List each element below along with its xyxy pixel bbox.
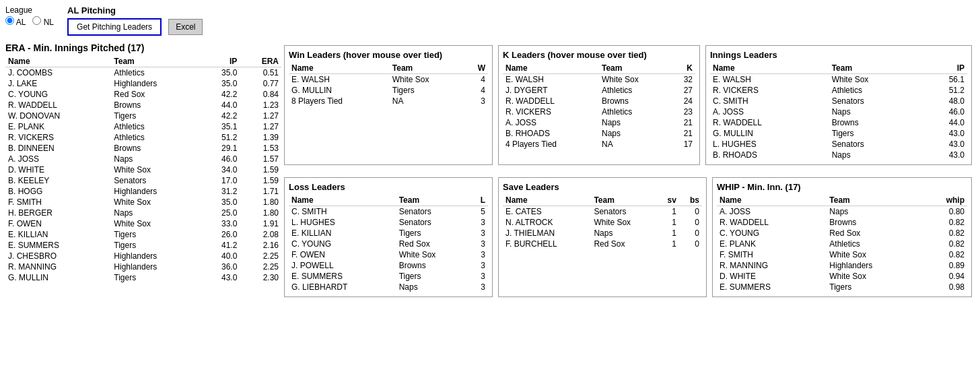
table-row: A. JOSSNaps21 bbox=[503, 117, 695, 128]
loss-val: 3 bbox=[470, 271, 488, 282]
whip-team: White Sox bbox=[827, 271, 921, 282]
k-leaders-table: Name Team K E. WALSHWhite Sox32J. DYGERT… bbox=[503, 63, 695, 150]
whip-name: R. MANNING bbox=[717, 260, 827, 271]
era-ip: 43.0 bbox=[201, 272, 240, 283]
save-team: Naps bbox=[591, 228, 656, 239]
table-row: E. PLANKAthletics0.82 bbox=[717, 239, 967, 249]
get-pitching-leaders-button[interactable]: Get Pitching Leaders bbox=[67, 18, 162, 36]
nl-radio-label[interactable]: NL bbox=[32, 16, 54, 27]
table-row: G. MULLINTigers43.0 bbox=[710, 128, 967, 139]
era-ip: 42.2 bbox=[201, 111, 240, 121]
era-val: 2.25 bbox=[240, 261, 281, 272]
loss-name: J. POWELL bbox=[289, 260, 396, 271]
al-radio[interactable] bbox=[5, 16, 14, 25]
save-name: F. BURCHELL bbox=[503, 239, 591, 249]
loss-name: L. HUGHES bbox=[289, 217, 396, 228]
table-row: J. THIELMANNaps10 bbox=[503, 228, 702, 239]
nl-radio[interactable] bbox=[32, 16, 41, 25]
innings-val: 56.1 bbox=[921, 74, 968, 86]
era-team: Athletics bbox=[111, 121, 201, 132]
save-header-row: Name Team sv bs bbox=[503, 195, 702, 206]
table-row: E. WALSHWhite Sox32 bbox=[503, 74, 695, 86]
excel-button[interactable]: Excel bbox=[168, 19, 203, 35]
al-radio-label[interactable]: AL bbox=[5, 16, 26, 27]
k-name: E. WALSH bbox=[503, 74, 599, 86]
era-val: 2.25 bbox=[240, 251, 281, 261]
k-val: 21 bbox=[671, 128, 695, 139]
innings-leaders-panel: Innings Leaders Name Team IP E. WALSHWhi… bbox=[705, 45, 972, 165]
k-val: 17 bbox=[671, 139, 695, 150]
innings-team: Naps bbox=[829, 106, 921, 117]
era-team: Red Sox bbox=[111, 89, 201, 100]
table-row: 4 Players TiedNA17 bbox=[503, 139, 695, 150]
table-row: G. MULLINTigers4 bbox=[289, 85, 488, 96]
whip-title: WHIP - Min. Inn. (17) bbox=[717, 182, 967, 192]
era-ip: 42.2 bbox=[201, 89, 240, 100]
loss-team: Tigers bbox=[396, 228, 470, 239]
innings-name: R. VICKERS bbox=[710, 85, 829, 96]
era-ip: 35.0 bbox=[201, 67, 240, 79]
innings-val: 43.0 bbox=[921, 139, 968, 150]
win-team: White Sox bbox=[390, 74, 465, 86]
k-header-row: Name Team K bbox=[503, 63, 695, 74]
era-team: White Sox bbox=[111, 197, 201, 208]
k-val: 21 bbox=[671, 117, 695, 128]
era-name: B. DINNEEN bbox=[5, 143, 111, 154]
era-val: 1.71 bbox=[240, 186, 281, 197]
innings-team: Senators bbox=[829, 96, 921, 106]
table-row: E. SUMMERSTigers0.98 bbox=[717, 282, 967, 292]
table-row: R. WADDELLBrowns44.01.23 bbox=[5, 100, 281, 111]
whip-val: 0.98 bbox=[921, 282, 967, 292]
loss-val: 3 bbox=[470, 217, 488, 228]
win-val: 3 bbox=[465, 96, 488, 106]
era-team: Naps bbox=[111, 154, 201, 164]
table-row: D. WHITEWhite Sox34.01.59 bbox=[5, 164, 281, 175]
era-team: Athletics bbox=[111, 132, 201, 143]
al-label: AL bbox=[16, 18, 26, 27]
table-row: J. CHESBROHighlanders40.02.25 bbox=[5, 251, 281, 261]
era-val: 2.16 bbox=[240, 240, 281, 251]
save-leaders-panel: Save Leaders Name Team sv bs E. CATESSen… bbox=[498, 177, 707, 297]
era-name: F. OWEN bbox=[5, 218, 111, 229]
table-row: R. MANNINGHighlanders36.02.25 bbox=[5, 261, 281, 272]
era-val: 0.84 bbox=[240, 89, 281, 100]
table-row: L. HUGHESSenators3 bbox=[289, 217, 488, 228]
loss-col-name: Name bbox=[289, 195, 396, 206]
table-row: B. DINNEENBrowns29.11.53 bbox=[5, 143, 281, 154]
era-name: H. BERGER bbox=[5, 208, 111, 218]
save-sv: 1 bbox=[657, 239, 679, 249]
whip-team: White Sox bbox=[827, 249, 921, 260]
save-col-name: Name bbox=[503, 195, 591, 206]
table-row: A. JOSSNaps46.0 bbox=[710, 106, 967, 117]
save-team: Senators bbox=[591, 206, 656, 218]
k-col-k: K bbox=[671, 63, 695, 74]
whip-name: E. PLANK bbox=[717, 239, 827, 249]
win-name: E. WALSH bbox=[289, 74, 390, 86]
era-val: 0.51 bbox=[240, 67, 281, 79]
era-ip: 41.2 bbox=[201, 240, 240, 251]
k-val: 32 bbox=[671, 74, 695, 86]
era-val: 1.27 bbox=[240, 121, 281, 132]
era-name: A. JOSS bbox=[5, 154, 111, 164]
era-col-ip: IP bbox=[201, 56, 240, 67]
table-row: A. JOSSNaps46.01.57 bbox=[5, 154, 281, 164]
table-row: J. LAKEHighlanders35.00.77 bbox=[5, 78, 281, 89]
table-row: B. RHOADSNaps21 bbox=[503, 128, 695, 139]
era-val: 0.77 bbox=[240, 78, 281, 89]
era-title: ERA - Min. Innings Pitched (17) bbox=[5, 42, 281, 53]
loss-team: White Sox bbox=[396, 249, 470, 260]
table-row: E. WALSHWhite Sox4 bbox=[289, 74, 488, 86]
whip-name: A. JOSS bbox=[717, 206, 827, 218]
era-team: Tigers bbox=[111, 111, 201, 121]
innings-team: White Sox bbox=[829, 74, 921, 86]
k-team: Naps bbox=[599, 128, 671, 139]
era-name: J. LAKE bbox=[5, 78, 111, 89]
table-row: C. YOUNGRed Sox0.82 bbox=[717, 228, 967, 239]
loss-val: 3 bbox=[470, 260, 488, 271]
era-val: 1.57 bbox=[240, 154, 281, 164]
table-row: F. OWENWhite Sox33.01.91 bbox=[5, 218, 281, 229]
era-team: Tigers bbox=[111, 272, 201, 283]
table-row: C. SMITHSenators48.0 bbox=[710, 96, 967, 106]
k-name: B. RHOADS bbox=[503, 128, 599, 139]
loss-val: 3 bbox=[470, 282, 488, 292]
